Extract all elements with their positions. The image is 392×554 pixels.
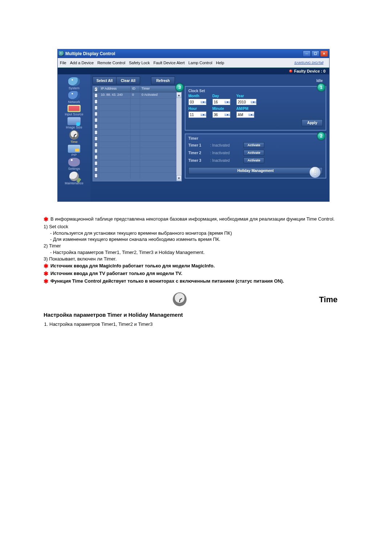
holiday-management-button[interactable]: Holiday Management [188, 167, 323, 174]
menu-remote-control[interactable]: Remote Control [97, 61, 125, 65]
image-size-icon [68, 117, 81, 125]
table-row[interactable]: 10. 88. 43. 240 0 0 Activated [93, 93, 181, 99]
timer-1-row: Timer 1 : Inactivated Activate [188, 142, 323, 148]
chevron-down-icon: ▼ [201, 101, 206, 103]
titlebar: Multiple Display Control ─ ☐ ✕ [58, 49, 329, 58]
subheading-timer-holiday: Настройка параметров Timer и Holiday Man… [44, 312, 338, 318]
apply-button[interactable]: Apply [302, 119, 323, 126]
sidebar-item-pip[interactable]: PIP [60, 145, 89, 157]
menubar: File Add a Device Remote Control Safety … [58, 58, 329, 67]
main-pane: Select All Clear All Refresh Idle 3 1 2 … [90, 74, 329, 201]
time-icon [69, 130, 79, 140]
day-select[interactable]: 16▼ [212, 99, 230, 105]
close-button[interactable]: ✕ [320, 50, 328, 57]
year-select[interactable]: 2010▼ [236, 99, 257, 105]
row-checkbox[interactable] [94, 93, 98, 98]
timer-2-row: Timer 2 : Inactivated Activate [188, 150, 323, 156]
faulty-indicator-icon [289, 70, 292, 73]
chevron-down-icon: ▼ [251, 101, 256, 103]
table-scrollbar[interactable]: ▲ ▼ [176, 92, 181, 181]
sidebar-item-system[interactable]: System [60, 77, 89, 90]
scroll-up-icon[interactable]: ▲ [176, 92, 181, 98]
timer-panel-title: Timer [188, 136, 323, 140]
pip-icon [68, 145, 80, 153]
col-id: ID [131, 86, 140, 92]
status-idle: Idle [317, 79, 326, 83]
brand-label: SAMSUNG DIGITall [294, 61, 323, 65]
chevron-down-icon: ▼ [249, 114, 254, 116]
menu-file[interactable]: File [60, 61, 66, 65]
callout-2: 2 [317, 132, 326, 140]
chevron-down-icon: ▼ [201, 114, 206, 116]
sidebar-item-settings[interactable]: Settings [60, 158, 89, 171]
refresh-button[interactable]: Refresh [151, 77, 175, 85]
col-ip: IP Address [99, 86, 131, 92]
select-all-button[interactable]: Select All [93, 77, 117, 85]
star-icon: ✱ [44, 263, 48, 269]
ampm-select[interactable]: AM▼ [236, 111, 254, 118]
system-icon [68, 77, 80, 86]
minute-select[interactable]: 36▼ [212, 111, 230, 118]
star-icon: ✱ [44, 278, 48, 284]
menu-fault-alert[interactable]: Fault Device Alert [154, 61, 185, 65]
timer-2-activate-button[interactable]: Activate [244, 150, 264, 156]
device-table: ✓ IP Address ID Timer 10. 88. 43. 240 0 … [93, 86, 182, 181]
maximize-button[interactable]: ☐ [311, 50, 319, 57]
minimize-button[interactable]: ─ [303, 50, 311, 57]
network-icon [68, 91, 80, 100]
timer-3-activate-button[interactable]: Activate [244, 157, 264, 163]
clock-set-title: Clock Set [188, 89, 323, 93]
header-checkbox[interactable]: ✓ [94, 87, 98, 91]
sidebar-item-time[interactable]: Time [60, 130, 89, 144]
sidebar-item-maintenance[interactable]: Maintenance [60, 172, 89, 185]
sidebar-item-input-source[interactable]: Input Source [60, 105, 89, 116]
window-title: Multiple Display Control [65, 51, 303, 56]
clock-set-panel: Clock Set Month Day Year 03▼ 16▼ 2010▼ [185, 86, 326, 131]
sidebar: System Network Input Source Image Size T… [58, 74, 90, 201]
month-select[interactable]: 03▼ [188, 99, 207, 105]
clear-all-button[interactable]: Clear All [117, 77, 140, 85]
callout-3: 3 [175, 83, 184, 92]
maintenance-icon [69, 172, 79, 181]
timer-panel: Timer Timer 1 : Inactivated Activate Tim… [185, 134, 326, 178]
star-icon: ✱ [44, 216, 48, 222]
app-icon [59, 51, 64, 56]
hour-select[interactable]: 11▼ [188, 111, 207, 118]
warning-icon: ! [310, 167, 320, 178]
sidebar-item-network[interactable]: Network [60, 91, 89, 104]
menu-safety-lock[interactable]: Safety Lock [129, 61, 150, 65]
faulty-device-bar: Faulty Device : 0 [58, 67, 329, 74]
menu-add-device[interactable]: Add a Device [70, 61, 94, 65]
settings-icon [68, 158, 80, 167]
app-window: Multiple Display Control ─ ☐ ✕ File Add … [57, 49, 330, 202]
menu-help[interactable]: Help [216, 61, 224, 65]
list-item: Настройка параметров Timer1, Timer2 и Ti… [49, 321, 338, 327]
chevron-down-icon: ▼ [225, 101, 230, 103]
section-time-heading: Time [44, 292, 338, 307]
sidebar-item-image-size[interactable]: Image Size [60, 117, 89, 129]
faulty-device-count: Faulty Device : 0 [294, 69, 326, 73]
menu-lamp-control[interactable]: Lamp Control [188, 61, 212, 65]
input-source-icon [68, 105, 81, 112]
scroll-down-icon[interactable]: ▼ [176, 175, 181, 181]
star-icon: ✱ [44, 271, 48, 277]
time-icon [173, 292, 187, 306]
chevron-down-icon: ▼ [225, 114, 230, 116]
timer-3-row: Timer 3 : Inactivated Activate [188, 157, 323, 163]
timer-1-activate-button[interactable]: Activate [244, 142, 264, 148]
callout-1: 1 [317, 83, 326, 92]
document-body: ✱ В информационной таблице представлена … [44, 216, 338, 327]
